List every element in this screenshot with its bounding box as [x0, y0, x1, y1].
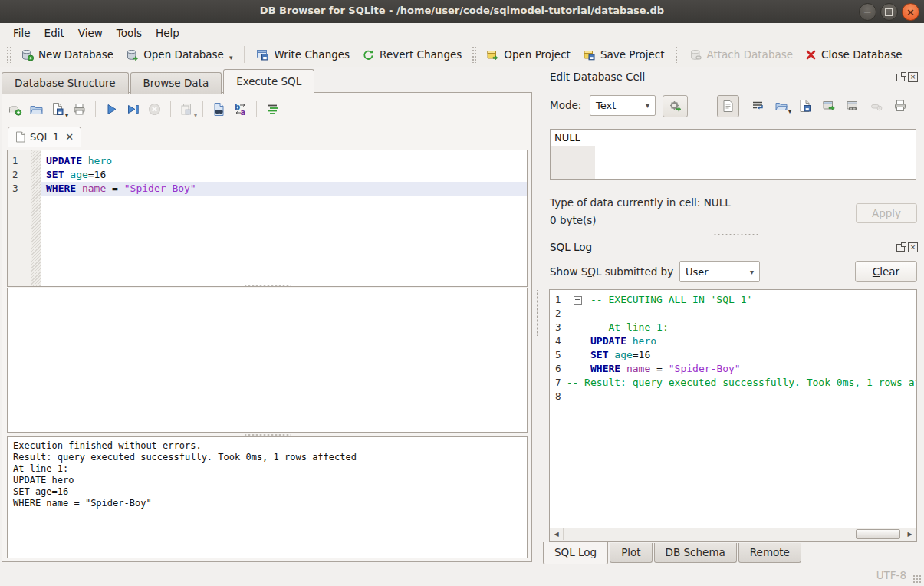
log-horizontal-scrollbar[interactable]: ◀ ▶ [550, 528, 916, 541]
sql-editor-tabbar: SQL 1 ✕ [8, 127, 81, 147]
sql-tab-1[interactable]: SQL 1 ✕ [8, 127, 81, 147]
code-line: 1UPDATE hero [8, 154, 527, 168]
sql-toolbar-separator [170, 101, 171, 117]
copy-link-icon[interactable] [846, 99, 860, 113]
menu-edit[interactable]: Edit [38, 25, 71, 41]
revert-changes-button[interactable]: Revert Changes [356, 46, 468, 64]
resize-grip[interactable] [912, 574, 922, 584]
scrollbar-thumb[interactable] [856, 529, 900, 539]
replace-icon[interactable]: ba [233, 102, 248, 117]
write-changes-button[interactable]: Write Changes [250, 46, 356, 64]
print-sql-icon[interactable] [72, 102, 87, 117]
code-text: SET age=16 [41, 168, 527, 182]
line-number: 8 [550, 390, 571, 403]
close-dock-icon[interactable]: × [908, 72, 918, 82]
filter-label: Show SQL submitted by [550, 265, 673, 278]
menu-view[interactable]: View [71, 25, 110, 41]
menubar: File Edit View Tools Help [0, 23, 924, 42]
open-database-button[interactable]: Open Database ▾ [120, 45, 238, 64]
execute-all-icon[interactable] [104, 102, 119, 117]
maximize-button[interactable] [880, 3, 898, 21]
tab-sql-log[interactable]: SQL Log [543, 542, 608, 565]
submitted-by-select[interactable]: User [679, 261, 760, 282]
line-number: 4 [550, 334, 571, 348]
sql-log-view: 1-- EXECUTING ALL IN 'SQL 1'2--3-- At li… [549, 289, 917, 542]
code-text: -- EXECUTING ALL IN 'SQL 1' [585, 293, 916, 307]
text-mode-icon[interactable] [717, 95, 739, 117]
execute-line-icon[interactable] [126, 102, 140, 117]
code-line: 5SET age=16 [550, 348, 916, 362]
import-dropdown-icon[interactable]: ▾ [788, 108, 791, 115]
save-project-icon [583, 48, 596, 61]
menu-help[interactable]: Help [149, 25, 186, 41]
minimize-button[interactable]: − [859, 3, 876, 21]
splitter-handle[interactable] [245, 283, 291, 287]
save-sql-dropdown-icon[interactable]: ▾ [65, 112, 68, 119]
find-icon[interactable] [212, 102, 226, 117]
format-sql-icon[interactable] [265, 102, 280, 117]
scroll-right-icon[interactable]: ▶ [903, 528, 916, 540]
execute-sql-panel: ▾ ▾ ba SQL 1 ✕ 1UPDATE hero2SET age=163W… [2, 92, 532, 562]
word-wrap-icon[interactable] [751, 99, 765, 113]
tab-db-schema[interactable]: DB Schema [654, 543, 737, 563]
open-sql-file-icon[interactable] [29, 102, 44, 117]
svg-text:b: b [235, 102, 240, 110]
open-in-external-icon[interactable] [822, 99, 836, 113]
tab-remote[interactable]: Remote [738, 543, 801, 563]
fold-marker[interactable] [571, 293, 585, 307]
panel-splitter-handle[interactable] [535, 290, 539, 336]
code-line: 2SET age=16 [8, 168, 527, 182]
clear-log-button[interactable]: Clear [855, 261, 917, 282]
cell-value-editor[interactable]: NULL [550, 129, 916, 180]
menu-file[interactable]: File [6, 25, 38, 41]
encoding-indicator: UTF-8 [876, 569, 906, 581]
open-project-button[interactable]: Open Project [480, 46, 577, 64]
sql-tab-label: SQL 1 [30, 131, 59, 143]
cell-type-info: Type of data currently in cell: NULL [550, 196, 731, 209]
window-title: DB Browser for SQLite - /home/user/code/… [92, 5, 832, 16]
sql-editor[interactable]: 1UPDATE hero2SET age=163WHERE name = "Sp… [7, 150, 528, 287]
close-database-button[interactable]: Close Database [799, 46, 908, 63]
open-database-icon [126, 48, 139, 61]
line-number: 1 [550, 293, 571, 307]
main-toolbar: New Database Open Database ▾ Write Chang… [0, 42, 924, 67]
new-sql-tab-icon[interactable] [8, 102, 22, 117]
dock-splitter-handle[interactable] [713, 233, 759, 237]
export-cell-data-icon[interactable] [798, 99, 812, 113]
scroll-left-icon[interactable]: ◀ [550, 528, 564, 540]
edit-cell-dock-controls: × [896, 72, 918, 82]
float-dock-icon[interactable] [896, 74, 905, 81]
sql-tab-close-icon[interactable]: ✕ [65, 131, 74, 143]
new-database-button[interactable]: New Database [15, 46, 120, 64]
fold-marker [571, 307, 585, 321]
toolbar-drag-handle[interactable] [6, 46, 11, 63]
revert-changes-icon [362, 48, 375, 61]
import-cell-data-icon[interactable]: ▾ [774, 99, 788, 113]
toolbar-drag-handle[interactable] [675, 46, 679, 63]
tab-database-structure[interactable]: Database Structure [2, 72, 129, 94]
code-line: 2-- [550, 307, 916, 321]
new-database-icon [21, 48, 34, 61]
cell-editor-margin [551, 146, 595, 179]
toolbar-drag-handle[interactable] [472, 46, 476, 63]
save-project-button[interactable]: Save Project [577, 46, 671, 64]
close-button[interactable]: × [902, 3, 919, 21]
mode-select[interactable]: Text [590, 95, 656, 116]
auto-apply-button[interactable] [663, 95, 688, 117]
open-project-icon [486, 48, 499, 61]
stop-execution-icon [147, 102, 162, 117]
tab-plot[interactable]: Plot [610, 543, 652, 563]
tab-browse-data[interactable]: Browse Data [130, 72, 222, 94]
gear-arrow-icon [669, 100, 682, 113]
tab-execute-sql[interactable]: Execute SQL [223, 69, 314, 94]
close-dock-icon[interactable]: × [908, 242, 918, 252]
cell-value: NULL [554, 132, 580, 143]
float-dock-icon[interactable] [896, 244, 905, 252]
svg-text:a: a [241, 108, 246, 117]
save-sql-file-icon[interactable]: ▾ [51, 102, 65, 117]
open-database-dropdown-icon[interactable]: ▾ [229, 54, 233, 61]
print-cell-icon[interactable] [893, 99, 907, 113]
code-line: 3-- At line 1: [550, 321, 916, 334]
line-number: 7 [550, 376, 561, 390]
menu-tools[interactable]: Tools [110, 25, 149, 41]
